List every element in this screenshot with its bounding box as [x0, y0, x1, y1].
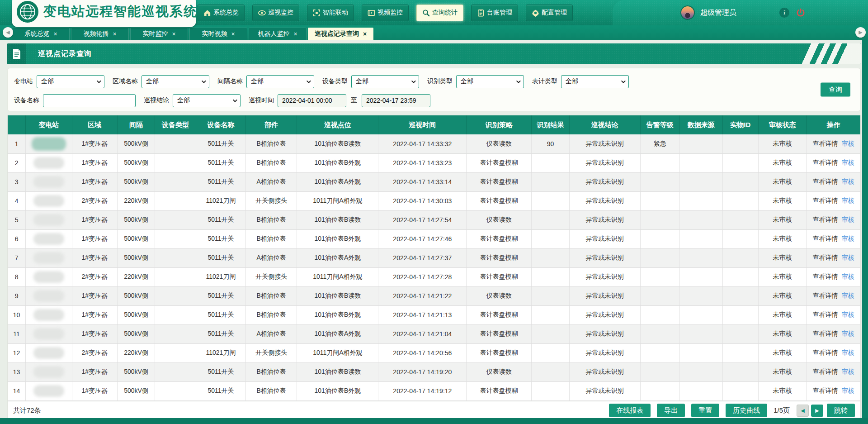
audit-link[interactable]: 审核: [842, 140, 854, 147]
close-icon[interactable]: ×: [172, 31, 175, 37]
audit-link[interactable]: 审核: [842, 235, 854, 242]
view-detail-link[interactable]: 查看详情: [813, 254, 838, 261]
filter-select-3[interactable]: 全部: [351, 75, 419, 88]
view-detail-link[interactable]: 查看详情: [813, 311, 838, 318]
cell-part: B相油位表: [245, 210, 297, 229]
time-to-input[interactable]: 2022-04-17 23:59: [362, 94, 430, 107]
audit-link[interactable]: 审核: [842, 197, 854, 204]
cell-station: [26, 286, 72, 305]
close-icon[interactable]: ×: [53, 31, 57, 37]
view-detail-link[interactable]: 查看详情: [813, 292, 838, 299]
audit-link[interactable]: 审核: [842, 292, 854, 299]
cell-physical_id: [722, 248, 759, 267]
audit-link[interactable]: 审核: [842, 273, 854, 280]
view-detail-link[interactable]: 查看详情: [813, 330, 838, 337]
tab-label: 系统总览: [24, 30, 49, 38]
close-icon[interactable]: ×: [363, 31, 367, 37]
audit-link[interactable]: 审核: [842, 349, 854, 356]
table-row[interactable]: 11#变压器500kV侧5011开关B相油位表101油位表B读数2022-04-…: [8, 134, 860, 153]
audit-link[interactable]: 审核: [842, 311, 854, 318]
audit-link[interactable]: 审核: [842, 387, 854, 394]
cell-physical_id: [722, 324, 759, 343]
view-detail-link[interactable]: 查看详情: [813, 197, 838, 204]
audit-link[interactable]: 审核: [842, 330, 854, 337]
audit-link[interactable]: 审核: [842, 254, 854, 261]
view-detail-link[interactable]: 查看详情: [813, 368, 838, 375]
view-detail-link[interactable]: 查看详情: [813, 140, 838, 147]
filter-select-4[interactable]: 全部: [456, 75, 524, 88]
prev-page-button[interactable]: ◀: [797, 405, 809, 417]
time-from-value: 2022-04-01 00:00: [282, 97, 332, 104]
table-row[interactable]: 42#变压器220kV侧11021刀闸开关侧接头1011刀闸A相外观2022-0…: [8, 191, 860, 210]
table-row[interactable]: 101#变压器500kV侧5011开关B相油位表101油位表B外观2022-04…: [8, 305, 860, 324]
close-icon[interactable]: ×: [113, 31, 116, 37]
audit-link[interactable]: 审核: [842, 368, 854, 375]
footer-button-2[interactable]: 重置: [691, 404, 719, 417]
table-row[interactable]: 21#变压器500kV侧5011开关B相油位表101油位表B外观2022-04-…: [8, 153, 860, 172]
nav-button-1[interactable]: 巡视监控: [252, 5, 299, 21]
footer-button-1[interactable]: 导出: [657, 404, 685, 417]
filter-select-0[interactable]: 全部: [37, 75, 104, 88]
table-row[interactable]: 141#变压器500kV侧5011开关B相油位表101油位表B外观2022-04…: [8, 381, 860, 400]
table-row[interactable]: 31#变压器500kV侧5011开关A相油位表101油位表A外观2022-04-…: [8, 172, 860, 191]
cell-conclusion: 异常或未识别: [569, 324, 640, 343]
device-name-input[interactable]: [43, 94, 136, 107]
view-detail-link[interactable]: 查看详情: [813, 159, 838, 166]
filter-select-2[interactable]: 全部: [246, 75, 314, 88]
tab-0[interactable]: 系统总览×: [12, 28, 70, 40]
table-row[interactable]: 122#变压器220kV侧11021刀闸开关侧接头1011刀闸A相外观2022-…: [8, 343, 860, 362]
footer-button-0[interactable]: 在线报表: [609, 404, 651, 417]
view-detail-link[interactable]: 查看详情: [813, 349, 838, 356]
filter-select-5[interactable]: 全部: [561, 75, 629, 88]
nav-button-0[interactable]: 系统总览: [198, 5, 245, 21]
table-row[interactable]: 111#变压器500kV侧5011开关A相油位表101油位表A外观2022-04…: [8, 324, 860, 343]
footer-buttons: 在线报表导出重置历史曲线: [603, 404, 767, 417]
table-row[interactable]: 61#变压器500kV侧5011开关B相油位表101油位表B外观2022-04-…: [8, 229, 860, 248]
tab-5[interactable]: 巡视点记录查询×: [308, 28, 373, 40]
cell-result: [532, 324, 569, 343]
nav-button-4[interactable]: 查询统计: [416, 5, 463, 21]
view-detail-link[interactable]: 查看详情: [813, 216, 838, 223]
cell-num: 1: [8, 134, 26, 153]
power-logout-icon[interactable]: [796, 8, 806, 18]
next-page-button[interactable]: ▶: [811, 405, 823, 417]
view-detail-link[interactable]: 查看详情: [813, 235, 838, 242]
tab-1[interactable]: 视频轮播×: [71, 28, 129, 40]
filter-select-1[interactable]: 全部: [142, 75, 209, 88]
table-row[interactable]: 51#变压器500kV侧5011开关B相油位表101油位表B读数2022-04-…: [8, 210, 860, 229]
tab-2[interactable]: 实时监控×: [130, 28, 188, 40]
cell-device_name: 5011开关: [196, 248, 246, 267]
nav-button-3[interactable]: 视频监控: [362, 5, 409, 21]
info-icon[interactable]: i: [779, 8, 789, 18]
view-detail-link[interactable]: 查看详情: [813, 387, 838, 394]
view-detail-link[interactable]: 查看详情: [813, 178, 838, 185]
query-button[interactable]: 查询: [821, 83, 850, 97]
close-icon[interactable]: ×: [293, 31, 297, 37]
close-icon[interactable]: ×: [231, 31, 235, 37]
avatar[interactable]: [680, 5, 695, 20]
column-header-7: 巡视点位: [297, 115, 378, 134]
time-from-input[interactable]: 2022-04-01 00:00: [278, 94, 346, 107]
audit-link[interactable]: 审核: [842, 216, 854, 223]
view-detail-link[interactable]: 查看详情: [813, 273, 838, 280]
table-row[interactable]: 82#变压器220kV侧11021刀闸开关侧接头1011刀闸A相外观2022-0…: [8, 267, 860, 286]
nav-button-5[interactable]: 台账管理: [471, 5, 518, 21]
cell-ops: 查看详情审核: [807, 267, 860, 286]
tab-scroll-left-icon[interactable]: ◀: [3, 27, 13, 38]
audit-link[interactable]: 审核: [842, 178, 854, 185]
nav-button-2[interactable]: 智能联动: [307, 5, 354, 21]
footer-button-3[interactable]: 历史曲线: [726, 404, 767, 417]
table-row[interactable]: 71#变压器500kV侧5011开关A相油位表101油位表A外观2022-04-…: [8, 248, 860, 267]
nav-button-6[interactable]: 配置管理: [526, 5, 573, 21]
tab-scroll-right-icon[interactable]: ▶: [855, 27, 866, 38]
cell-area: 1#变压器: [72, 248, 117, 267]
audit-link[interactable]: 审核: [842, 159, 854, 166]
tab-3[interactable]: 实时视频×: [189, 28, 247, 40]
total-count: 共计72条: [13, 406, 41, 415]
conclusion-select[interactable]: 全部: [173, 94, 241, 107]
table-row[interactable]: 131#变压器500kV侧5011开关B相油位表101油位表B读数2022-04…: [8, 362, 860, 381]
tab-4[interactable]: 机器人监控×: [249, 28, 307, 40]
jump-button[interactable]: 跳转: [827, 404, 855, 417]
table-row[interactable]: 91#变压器500kV侧5011开关B相油位表101油位表B读数2022-04-…: [8, 286, 860, 305]
cell-bay: 500kV侧: [117, 134, 155, 153]
